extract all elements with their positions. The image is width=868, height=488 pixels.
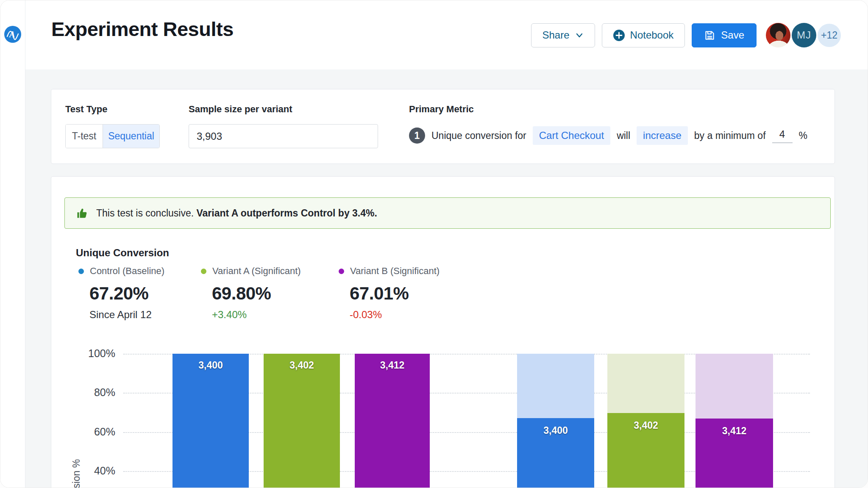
avatar-stack: MJ +12 [766, 23, 841, 47]
test-type-toggle: T-test Sequential [65, 124, 160, 148]
variant-b-dot-icon [339, 269, 344, 274]
conclusive-banner: This test is conclusive. Variant A outpe… [64, 197, 831, 229]
metric-direction-pill[interactable]: increase [637, 126, 688, 145]
sample-size-input[interactable] [189, 124, 378, 148]
variant-a-dot-icon [201, 269, 206, 274]
legend-control-label: Control (Baseline) [90, 266, 164, 277]
control-dot-icon [78, 269, 84, 274]
content-area: Test Type T-test Sequential Sample size … [25, 69, 868, 488]
ytick-60: 60% [51, 426, 115, 438]
variant-a-value: 69.80% [212, 283, 301, 304]
banner-text-normal: This test is conclusive. [96, 208, 196, 219]
experiment-config-card: Test Type T-test Sequential Sample size … [51, 89, 835, 164]
avatar-overflow-badge[interactable]: +12 [818, 24, 841, 47]
header-actions: Share Notebook Save MJ +12 [531, 23, 841, 47]
stat-control: Control (Baseline) 67.20% Since April 12 [78, 266, 164, 321]
metric-prefix-text: Unique conversion for [431, 130, 526, 141]
legend-variant-b: Variant B (Significant) [339, 266, 440, 277]
experiment-results-card: This test is conclusive. Variant A outpe… [51, 176, 835, 488]
bar-total-variant-a: 3,402 [264, 354, 340, 488]
banner-text-bold: Variant A outperforms Control by 3.4%. [196, 208, 377, 219]
sample-size-label: Sample size per variant [189, 104, 292, 115]
bar-total-variant-b: 3,412 [355, 354, 430, 488]
control-subtext: Since April 12 [89, 309, 164, 321]
metric-connector-text: will [617, 130, 630, 141]
share-button-label: Share [542, 29, 570, 41]
bar-conv-variant-b-remainder [696, 354, 773, 419]
control-value: 67.20% [89, 283, 164, 304]
thumbs-up-icon [76, 207, 89, 219]
ytick-80: 80% [51, 386, 115, 399]
bar-conv-variant-b: 3,412 [696, 419, 773, 488]
variant-a-lift: +3.40% [212, 309, 301, 321]
chart-section-title: Unique Conversion [76, 247, 169, 259]
page-title: Experiment Results [51, 17, 234, 41]
ytick-40: 40% [51, 465, 115, 477]
ytick-100: 100% [51, 347, 115, 360]
banner-text: This test is conclusive. Variant A outpe… [96, 208, 377, 219]
bar-total-control-label: 3,400 [172, 360, 249, 371]
primary-metric-label: Primary Metric [409, 104, 474, 115]
bar-conv-control-label: 3,400 [517, 425, 594, 436]
metric-threshold-input[interactable] [772, 128, 793, 143]
variant-b-lift: -0.03% [350, 309, 440, 321]
metric-suffix-text: by a minimum of [694, 130, 766, 141]
metric-unit-text: % [799, 130, 807, 141]
y-axis-title: Conversion % [71, 459, 82, 488]
primary-metric-sentence: 1 Unique conversion for Cart Checkout wi… [409, 125, 807, 146]
chevron-down-icon [575, 31, 584, 39]
avatar-photo[interactable] [766, 23, 790, 47]
bar-conv-variant-a-remainder [607, 354, 684, 413]
stat-variant-a: Variant A (Significant) 69.80% +3.40% [201, 266, 301, 321]
bar-total-variant-b-label: 3,412 [355, 360, 430, 371]
bar-conv-variant-a: 3,402 [607, 413, 684, 488]
bar-conv-control-remainder [517, 354, 594, 418]
save-button[interactable]: Save [692, 23, 757, 47]
metric-step-badge: 1 [409, 128, 425, 144]
share-button[interactable]: Share [531, 23, 595, 47]
save-button-label: Save [721, 29, 744, 41]
avatar-initials[interactable]: MJ [792, 23, 816, 47]
legend-control: Control (Baseline) [78, 266, 164, 277]
notebook-button[interactable]: Notebook [602, 23, 685, 47]
notebook-button-label: Notebook [630, 29, 674, 41]
bar-conv-variant-b-label: 3,412 [696, 425, 773, 437]
legend-variant-a-label: Variant A (Significant) [212, 266, 301, 277]
bar-conv-control: 3,400 [517, 418, 594, 488]
test-type-option-sequential[interactable]: Sequential [103, 125, 159, 148]
left-rail: A [0, 0, 25, 488]
stat-variant-b: Variant B (Significant) 67.01% -0.03% [339, 266, 440, 321]
variant-b-value: 67.01% [350, 283, 440, 304]
legend-variant-b-label: Variant B (Significant) [350, 266, 440, 277]
app-window: A Experiment Results Share Notebook [0, 0, 868, 488]
page-header: Experiment Results Share Notebook Save [25, 0, 868, 69]
conversion-bar-chart: 100% 80% 60% 40% Conversion % 3,400 3,40… [51, 354, 835, 488]
amplitude-logo-icon[interactable]: A [4, 26, 21, 43]
save-floppy-icon [704, 30, 715, 41]
legend-variant-a: Variant A (Significant) [201, 266, 301, 277]
test-type-label: Test Type [65, 104, 107, 115]
bar-total-control: 3,400 [172, 354, 249, 488]
bar-total-variant-a-label: 3,402 [264, 360, 340, 371]
metric-name-pill[interactable]: Cart Checkout [533, 126, 610, 145]
bar-conv-variant-a-label: 3,402 [607, 420, 684, 431]
test-type-option-ttest[interactable]: T-test [66, 125, 103, 148]
plus-circle-icon [613, 30, 625, 41]
